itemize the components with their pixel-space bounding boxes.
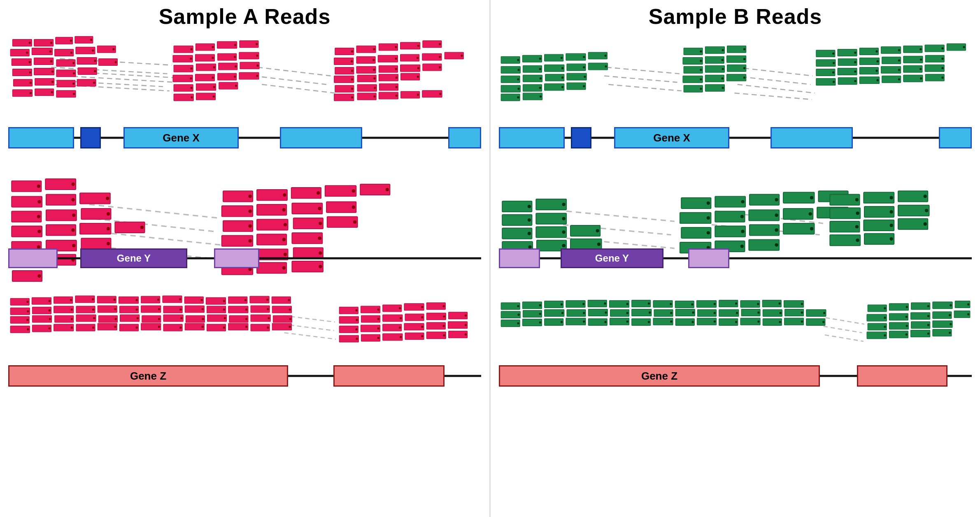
svg-point-156 [439,93,441,95]
svg-point-72 [234,56,236,58]
svg-point-184 [140,226,144,229]
svg-rect-69 [195,54,214,61]
svg-point-383 [356,338,358,340]
svg-point-720 [884,334,886,336]
svg-rect-362 [383,315,403,322]
svg-point-267 [266,299,268,301]
svg-point-14 [70,39,72,42]
svg-point-561 [809,212,812,216]
svg-rect-665 [545,319,563,326]
svg-point-60 [190,48,192,50]
svg-rect-415 [545,65,564,72]
svg-rect-89 [239,72,259,79]
svg-rect-370 [339,326,358,333]
svg-point-249 [70,299,72,301]
svg-point-40 [51,70,54,72]
svg-rect-493 [925,55,944,62]
svg-point-618 [670,303,672,305]
svg-rect-691 [868,305,887,312]
svg-rect-27 [12,59,31,66]
svg-rect-435 [567,83,586,90]
svg-point-472 [854,51,856,53]
svg-rect-409 [588,52,607,59]
svg-point-656 [780,312,782,314]
svg-point-381 [465,324,467,326]
svg-rect-586 [864,206,894,217]
svg-rect-250 [75,296,95,303]
svg-point-531 [562,217,565,220]
svg-rect-338 [185,323,204,330]
svg-rect-37 [12,69,32,76]
svg-point-537 [596,229,599,232]
svg-point-10 [29,42,31,44]
svg-point-506 [941,67,943,69]
svg-rect-123 [335,67,354,74]
svg-rect-77 [196,64,216,71]
svg-point-692 [884,307,886,309]
gene-y-section-a: Gene Y [8,171,481,269]
svg-point-379 [442,325,445,327]
svg-rect-284 [163,306,182,313]
svg-point-646 [670,312,672,314]
svg-point-377 [421,326,423,328]
svg-point-612 [604,302,606,304]
svg-rect-578 [830,194,859,205]
svg-point-68 [190,58,192,60]
svg-point-688 [801,320,803,322]
svg-rect-290 [228,306,248,313]
svg-point-134 [351,78,353,80]
svg-point-331 [114,326,116,328]
svg-point-164 [71,183,74,186]
svg-rect-423 [523,75,542,82]
svg-rect-71 [218,53,237,60]
svg-rect-592 [864,220,894,231]
svg-point-78 [213,66,215,68]
svg-rect-441 [684,48,703,55]
svg-point-614 [626,303,629,305]
svg-point-128 [395,68,397,70]
svg-rect-350 [361,306,380,313]
svg-rect-611 [588,300,607,307]
svg-rect-461 [705,75,724,82]
svg-rect-617 [653,301,673,308]
svg-point-56 [51,91,53,93]
svg-point-112 [351,60,353,62]
svg-rect-499 [859,67,878,74]
svg-point-170 [106,197,109,200]
svg-line-399 [738,84,815,93]
svg-point-700 [967,303,969,305]
svg-point-482 [963,46,965,48]
gene-y-track-b: Gene Y [499,247,972,269]
svg-point-104 [373,48,375,50]
svg-rect-584 [830,208,860,218]
svg-point-224 [249,239,252,243]
svg-rect-171 [12,211,41,222]
svg-point-200 [283,193,286,197]
svg-point-329 [92,327,94,329]
svg-point-251 [92,298,94,300]
svg-rect-469 [816,50,835,57]
svg-rect-485 [838,59,857,66]
svg-rect-683 [740,318,760,325]
svg-point-375 [399,327,401,329]
svg-rect-677 [675,319,694,326]
svg-point-261 [200,299,203,301]
svg-rect-87 [218,73,237,80]
svg-rect-302 [76,315,96,322]
svg-point-138 [396,77,398,79]
svg-point-176 [107,212,110,216]
svg-point-76 [190,67,192,70]
svg-rect-431 [523,84,542,91]
svg-point-545 [707,202,710,205]
svg-point-597 [856,239,859,242]
svg-point-595 [924,223,927,226]
svg-point-96 [235,85,237,87]
svg-rect-491 [903,56,923,63]
svg-point-410 [604,55,606,57]
svg-point-315 [224,317,226,319]
svg-point-333 [136,327,138,329]
gene-y-reads-svg-a [8,171,481,292]
svg-rect-328 [76,324,95,331]
svg-point-38 [29,71,31,73]
svg-point-367 [443,315,445,318]
